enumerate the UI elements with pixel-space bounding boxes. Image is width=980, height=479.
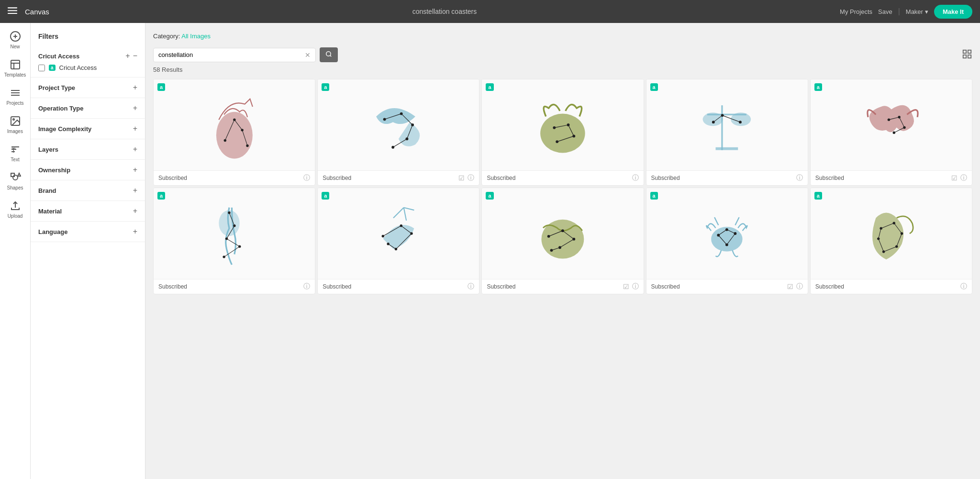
cricut-access-minus-btn[interactable]: −: [133, 52, 137, 60]
maker-label: Maker: [906, 8, 923, 15]
search-clear-icon[interactable]: ✕: [305, 51, 311, 59]
image-card-4[interactable]: a Subscribed: [646, 79, 808, 186]
ownership-add-btn[interactable]: +: [133, 166, 137, 174]
ownership-label: Ownership: [38, 167, 70, 174]
image-card-7[interactable]: a Subsc: [317, 188, 479, 294]
info-icon-3[interactable]: ⓘ: [632, 174, 639, 182]
card-footer-2: Subscribed ☑ ⓘ: [318, 170, 479, 185]
card-badge-4: a: [650, 83, 658, 91]
info-icon-7[interactable]: ⓘ: [468, 282, 474, 291]
info-icon-6[interactable]: ⓘ: [303, 282, 310, 291]
material-label: Material: [38, 208, 62, 215]
hamburger-menu[interactable]: [8, 6, 17, 18]
language-add-btn[interactable]: +: [133, 227, 137, 236]
filter-layers: Layers +: [31, 139, 145, 160]
card-label-7: Subscribed: [323, 283, 351, 290]
image-card-6[interactable]: a: [153, 188, 315, 294]
app-layout: New Templates Projects Images: [0, 23, 980, 479]
svg-line-71: [226, 239, 239, 246]
info-icon-4[interactable]: ⓘ: [796, 174, 803, 182]
filter-project-type: Project Type +: [31, 78, 145, 98]
sidebar-item-projects[interactable]: Projects: [2, 83, 29, 110]
card-footer-1: Subscribed ⓘ: [154, 170, 315, 185]
svg-point-59: [892, 132, 895, 134]
save-link[interactable]: Save: [878, 8, 892, 15]
image-card-2[interactable]: a Subsc: [317, 79, 479, 186]
check-icon-5[interactable]: ☑: [951, 174, 958, 182]
svg-point-15: [326, 52, 331, 56]
info-icon-5[interactable]: ⓘ: [960, 174, 967, 182]
info-icon-9[interactable]: ⓘ: [796, 282, 803, 291]
card-badge-10: a: [814, 192, 822, 200]
card-image-area-8: a: [482, 188, 643, 279]
card-footer-8: Subscribed ☑ ⓘ: [482, 279, 643, 294]
info-icon-2[interactable]: ⓘ: [468, 174, 474, 182]
image-card-8[interactable]: a Subsc: [481, 188, 644, 294]
sidebar-item-templates[interactable]: Templates: [2, 55, 29, 81]
image-card-5[interactable]: a Subscribed: [810, 79, 972, 186]
search-input[interactable]: [158, 51, 301, 58]
cricut-access-checkbox[interactable]: [38, 65, 45, 71]
filter-brand: Brand +: [31, 180, 145, 201]
card-badge-7: a: [322, 192, 329, 200]
filters-title: Filters: [31, 29, 145, 46]
make-it-button[interactable]: Make It: [934, 5, 972, 19]
svg-rect-20: [968, 55, 971, 58]
layers-add-btn[interactable]: +: [133, 145, 137, 154]
info-icon-10[interactable]: ⓘ: [960, 282, 967, 291]
grid-view-button[interactable]: [962, 49, 972, 61]
svg-point-41: [572, 134, 575, 137]
check-icon-9[interactable]: ☑: [787, 283, 793, 290]
image-complexity-add-btn[interactable]: +: [133, 124, 137, 133]
my-projects-link[interactable]: My Projects: [840, 8, 872, 15]
maker-chevron-icon: ▾: [925, 8, 928, 15]
image-card-9[interactable]: a: [646, 188, 808, 294]
svg-point-48: [703, 112, 723, 126]
card-label-9: Subscribed: [651, 283, 680, 290]
check-icon-2[interactable]: ☑: [458, 174, 465, 182]
card-badge-1: a: [157, 83, 165, 91]
layers-label: Layers: [38, 146, 58, 153]
sidebar-new-label: New: [10, 44, 20, 49]
card-label-8: Subscribed: [487, 283, 515, 290]
svg-marker-14: [18, 173, 21, 176]
svg-point-29: [383, 118, 386, 121]
svg-rect-50: [716, 147, 738, 150]
maker-dropdown[interactable]: Maker ▾: [906, 8, 928, 15]
brand-label: Brand: [38, 187, 56, 194]
info-icon-8[interactable]: ⓘ: [632, 282, 639, 291]
image-complexity-label: Image Complexity: [38, 125, 91, 133]
sidebar-item-images[interactable]: Images: [2, 111, 29, 138]
sidebar-item-new[interactable]: New: [2, 27, 29, 53]
card-image-area-9: a: [646, 188, 808, 279]
check-icon-8[interactable]: ☑: [623, 283, 629, 290]
image-card-10[interactable]: a: [810, 188, 972, 294]
filter-image-complexity: Image Complexity +: [31, 119, 145, 139]
filter-material: Material +: [31, 201, 145, 222]
card-image-area-7: a: [318, 188, 479, 279]
svg-rect-1: [8, 10, 17, 11]
cricut-access-add-btn[interactable]: +: [125, 52, 130, 60]
image-card-3[interactable]: a Subscribed: [481, 79, 644, 186]
card-label-1: Subscribed: [158, 175, 187, 181]
image-card-1[interactable]: a Subscribed: [153, 79, 315, 186]
material-add-btn[interactable]: +: [133, 207, 137, 215]
operation-type-add-btn[interactable]: +: [133, 104, 137, 112]
sidebar-item-upload[interactable]: Upload: [2, 196, 29, 223]
search-button[interactable]: [320, 47, 338, 62]
card-badge-5: a: [814, 83, 822, 91]
filter-cricut-access: Cricut Access + − a Cricut Access: [31, 46, 145, 78]
filter-ownership: Ownership +: [31, 160, 145, 180]
svg-point-10: [13, 119, 14, 120]
svg-text:T: T: [11, 146, 16, 154]
sidebar-item-text[interactable]: T Text: [2, 140, 29, 166]
sidebar-images-label: Images: [7, 129, 23, 134]
card-footer-5: Subscribed ☑ ⓘ: [811, 170, 972, 185]
info-icon-1[interactable]: ⓘ: [303, 174, 310, 182]
sidebar-item-shapes[interactable]: Shapes: [2, 168, 29, 194]
brand-add-btn[interactable]: +: [133, 186, 137, 195]
card-image-area-2: a: [318, 79, 479, 170]
page-title: constellation coasters: [57, 8, 832, 15]
category-link[interactable]: All Images: [181, 33, 211, 40]
project-type-add-btn[interactable]: +: [133, 83, 137, 92]
